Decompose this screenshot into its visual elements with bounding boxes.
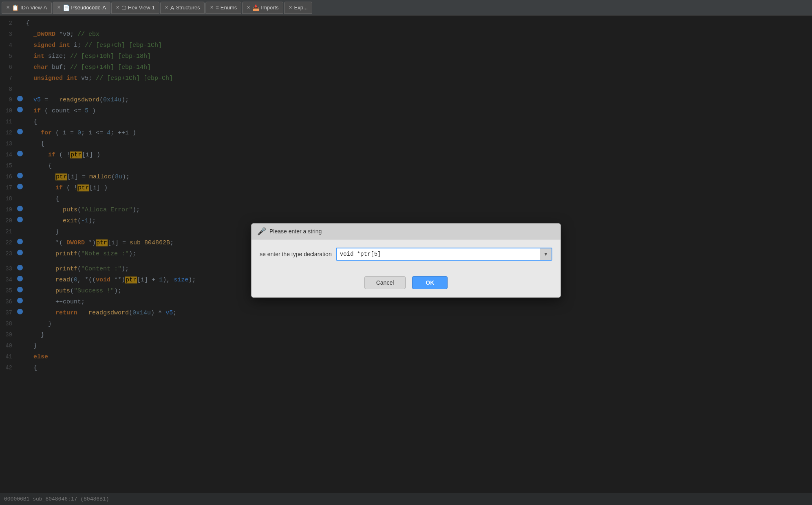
close-icon[interactable]: ✕ — [247, 5, 250, 10]
dialog-title-icon: 🎤 — [257, 227, 266, 236]
tab-bar: ✕ 📋 IDA View-A ✕ 📄 Pseudocode-A ✕ ⬡ Hex … — [0, 0, 812, 15]
close-icon[interactable]: ✕ — [165, 5, 168, 10]
tab-label: IDA View-A — [20, 4, 47, 11]
dialog-title-bar: 🎤 Please enter a string — [252, 224, 560, 239]
dialog-buttons: Cancel OK — [252, 272, 560, 297]
tab-label: Structures — [176, 4, 200, 11]
dropdown-button[interactable]: ▼ — [540, 248, 552, 260]
tab-icon: ⬡ — [121, 4, 126, 11]
tab-label: Imports — [261, 4, 278, 11]
tab-enums[interactable]: ✕ ≡ Enums — [205, 2, 242, 14]
tab-label: Exp... — [294, 4, 308, 11]
close-icon[interactable]: ✕ — [289, 5, 292, 10]
tab-label: Enums — [221, 4, 237, 11]
ok-button[interactable]: OK — [412, 276, 448, 289]
tab-icon: 📥 — [252, 4, 259, 11]
close-icon[interactable]: ✕ — [116, 5, 119, 10]
tab-icon: 📄 — [63, 4, 70, 11]
tab-hex-view[interactable]: ✕ ⬡ Hex View-1 — [111, 2, 159, 14]
tab-label: Hex View-1 — [128, 4, 155, 11]
dialog-body: se enter the type declaration ▼ — [252, 239, 560, 272]
dialog-input-row: se enter the type declaration ▼ — [260, 248, 552, 261]
close-icon[interactable]: ✕ — [6, 5, 10, 10]
close-icon[interactable]: ✕ — [210, 5, 214, 10]
main-content: 2 { 3 _DWORD *v0; // ebx 4 signed int i;… — [0, 15, 812, 505]
tab-icon: A — [170, 4, 174, 11]
tab-structures[interactable]: ✕ A Structures — [160, 2, 205, 14]
dialog: 🎤 Please enter a string se enter the typ… — [251, 223, 561, 298]
dialog-overlay: 🎤 Please enter a string se enter the typ… — [0, 15, 812, 505]
tab-icon: ≡ — [216, 4, 219, 11]
tab-ida-view[interactable]: ✕ 📋 IDA View-A — [2, 2, 52, 14]
tab-pseudocode[interactable]: ✕ 📄 Pseudocode-A — [53, 2, 110, 14]
tab-icon: 📋 — [12, 4, 19, 11]
cancel-button[interactable]: Cancel — [364, 276, 406, 289]
tab-exports[interactable]: ✕ Exp... — [284, 2, 312, 14]
tab-imports[interactable]: ✕ 📥 Imports — [242, 2, 283, 14]
close-icon[interactable]: ✕ — [57, 5, 61, 10]
tab-label: Pseudocode-A — [71, 4, 106, 11]
dialog-input-wrapper: ▼ — [336, 248, 552, 261]
dialog-title: Please enter a string — [269, 228, 322, 235]
dialog-label: se enter the type declaration — [260, 251, 332, 257]
type-declaration-input[interactable] — [337, 248, 540, 260]
